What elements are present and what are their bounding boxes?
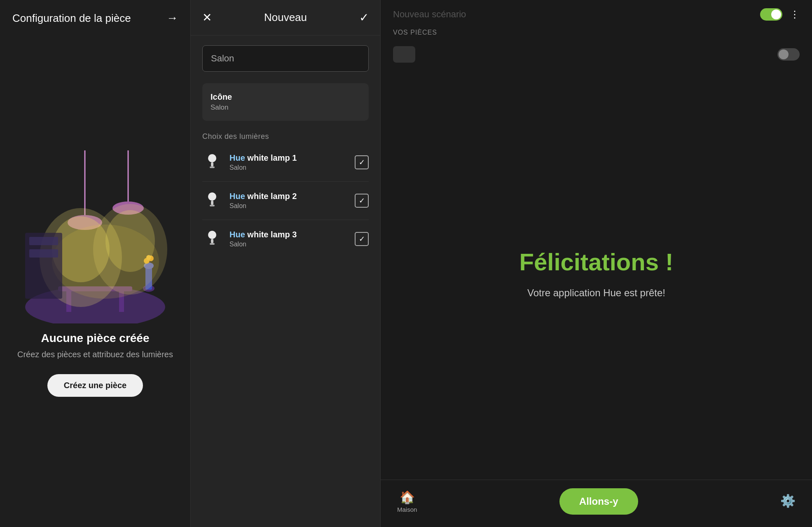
congrats-section: Félicitations ! Votre application Hue es… [381, 68, 812, 480]
room-illustration [17, 150, 173, 323]
lamp-1-checkbox[interactable]: ✓ [355, 155, 369, 169]
lamp-3-checkbox[interactable]: ✓ [355, 232, 369, 246]
svg-point-18 [52, 225, 159, 299]
nav-maison-label: Maison [397, 506, 417, 513]
home-icon: 🏠 [400, 490, 415, 504]
svg-point-25 [208, 192, 216, 201]
lamp-item[interactable]: Hue white lamp 3 Salon ✓ [202, 220, 369, 258]
svg-rect-30 [210, 243, 215, 245]
vos-pieces-label: VOS PIÈCES [381, 29, 812, 36]
left-header: Configuration de la pièce → [0, 0, 190, 36]
right-header: Nouveau scénario ⋮ [381, 0, 812, 29]
svg-rect-23 [211, 162, 213, 166]
bottom-nav: 🏠 Maison Allons-y ⚙️ [381, 480, 812, 527]
modal-body: Icône Salon Choix des lumières Hue white… [191, 35, 380, 527]
svg-rect-20 [29, 237, 58, 245]
right-header-actions: ⋮ [760, 8, 800, 21]
icon-section-sub: Salon [211, 103, 360, 112]
icon-section[interactable]: Icône Salon [202, 83, 369, 121]
modal-header: ✕ Nouveau ✓ [191, 0, 380, 35]
room-icon-placeholder [393, 46, 415, 63]
room-name-input[interactable] [202, 45, 369, 72]
kebab-icon[interactable]: ⋮ [790, 9, 800, 20]
lamp-1-name: Hue white lamp 1 [229, 153, 355, 163]
lamp-icon [202, 229, 222, 249]
svg-rect-27 [210, 205, 215, 206]
lamp-2-room: Salon [229, 202, 355, 210]
svg-rect-24 [210, 166, 215, 168]
lamp-icon [202, 191, 222, 211]
lamp-2-name: Hue white lamp 2 [229, 192, 355, 201]
illustration-area: Aucune pièce créée Créez des pièces et a… [0, 36, 190, 527]
svg-rect-26 [211, 201, 213, 205]
icon-section-label: Icône [211, 92, 360, 102]
svg-point-28 [208, 231, 216, 239]
right-room-row [381, 40, 812, 68]
lights-section-title: Choix des lumières [202, 132, 369, 141]
lamp-3-name: Hue white lamp 3 [229, 230, 355, 239]
lamp-2-checkbox[interactable]: ✓ [355, 194, 369, 208]
confirm-icon[interactable]: ✓ [359, 11, 369, 24]
lamp-1-info: Hue white lamp 1 Salon [229, 153, 355, 171]
arrow-right-icon[interactable]: → [166, 12, 178, 25]
lamp-item[interactable]: Hue white lamp 1 Salon ✓ [202, 143, 369, 182]
svg-rect-21 [29, 249, 58, 258]
left-header-title: Configuration de la pièce [12, 12, 131, 25]
modal-title: Nouveau [264, 11, 307, 24]
allons-y-button[interactable]: Allons-y [559, 488, 638, 515]
create-room-button[interactable]: Créez une pièce [47, 374, 143, 397]
no-room-title: Aucune pièce créée [41, 332, 149, 345]
middle-panel: ✕ Nouveau ✓ Icône Salon Choix des lumièr… [190, 0, 381, 527]
no-room-subtitle: Créez des pièces et attribuez des lumièr… [1, 350, 190, 359]
settings-icon: ⚙️ [780, 494, 796, 508]
nav-item-settings[interactable]: ⚙️ [780, 494, 796, 510]
left-panel: Configuration de la pièce → [0, 0, 190, 527]
lamp-icon [202, 152, 222, 172]
lamp-3-info: Hue white lamp 3 Salon [229, 230, 355, 248]
congrats-title: Félicitations ! [519, 248, 674, 276]
close-icon[interactable]: ✕ [202, 11, 212, 24]
lamp-item[interactable]: Hue white lamp 2 Salon ✓ [202, 182, 369, 220]
lamp-2-info: Hue white lamp 2 Salon [229, 192, 355, 210]
svg-point-22 [208, 154, 216, 162]
svg-rect-29 [211, 239, 213, 243]
congrats-subtitle: Votre application Hue est prête! [527, 286, 665, 300]
lamp-3-room: Salon [229, 241, 355, 248]
right-panel: Nouveau scénario ⋮ VOS PIÈCES Félicitati… [381, 0, 812, 527]
nav-item-maison[interactable]: 🏠 Maison [397, 490, 417, 513]
room-toggle[interactable] [777, 48, 800, 61]
header-toggle[interactable] [760, 8, 782, 21]
right-header-title: Nouveau scénario [393, 9, 466, 20]
lamp-1-room: Salon [229, 164, 355, 171]
